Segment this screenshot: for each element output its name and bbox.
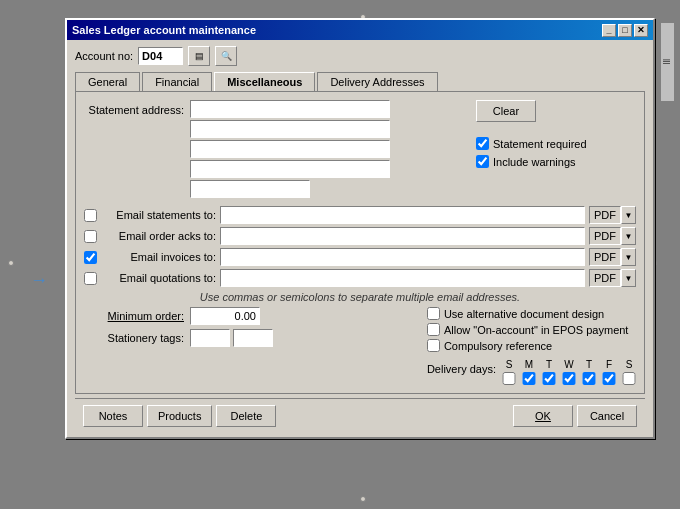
email-order-acks-pdf: PDF ▼: [589, 227, 636, 245]
email-order-acks-checkbox[interactable]: [84, 230, 97, 243]
tab-bar: General Financial Miscellaneous Delivery…: [75, 72, 645, 91]
stationery-tag-2[interactable]: [233, 329, 273, 347]
email-statements-pdf: PDF ▼: [589, 206, 636, 224]
day-check-sun[interactable]: [502, 372, 516, 385]
bottom-left-buttons: Notes Products Delete: [83, 405, 276, 427]
stationery-tag-1[interactable]: [190, 329, 230, 347]
email-order-acks-input[interactable]: [220, 227, 585, 245]
email-statements-input[interactable]: [220, 206, 585, 224]
clear-button[interactable]: Clear: [476, 100, 536, 122]
include-warnings-checkbox[interactable]: [476, 155, 489, 168]
statement-required-label: Statement required: [493, 138, 587, 150]
pdf-arrow-3[interactable]: ▼: [621, 248, 636, 266]
close-button[interactable]: ✕: [634, 24, 648, 37]
minimize-button[interactable]: _: [602, 24, 616, 37]
statement-address-line5[interactable]: [190, 180, 310, 198]
window-title: Sales Ledger account maintenance: [72, 24, 256, 36]
notes-button[interactable]: Notes: [83, 405, 143, 427]
title-bar: Sales Ledger account maintenance _ □ ✕: [67, 20, 653, 40]
delivery-days-label: Delivery days:: [427, 363, 496, 375]
email-order-acks-row: Email order acks to: PDF ▼: [84, 227, 636, 245]
email-note: Use commas or semicolons to separate mul…: [84, 291, 636, 303]
days-checkboxes-row: [502, 372, 636, 385]
account-number-input[interactable]: [138, 47, 183, 65]
pdf-arrow-4[interactable]: ▼: [621, 269, 636, 287]
day-check-mon[interactable]: [522, 372, 536, 385]
account-browse-button[interactable]: ▤: [188, 46, 210, 66]
pdf-arrow-2[interactable]: ▼: [621, 227, 636, 245]
tab-financial[interactable]: Financial: [142, 72, 212, 91]
pdf-label-3: PDF: [589, 248, 621, 266]
tab-panel-miscellaneous: Statement address:: [75, 91, 645, 394]
tab-delivery-addresses[interactable]: Delivery Addresses: [317, 72, 437, 91]
day-t1: T: [542, 359, 556, 370]
day-m: M: [522, 359, 536, 370]
account-search-button[interactable]: 🔍: [215, 46, 237, 66]
bottom-right-buttons: OK Cancel: [513, 405, 637, 427]
delivery-days-grid: S M T W T F S: [502, 359, 636, 385]
email-statements-row: Email statements to: PDF ▼: [84, 206, 636, 224]
stationery-tags-inputs: [190, 329, 273, 347]
email-quotations-checkbox[interactable]: [84, 272, 97, 285]
statement-required-checkbox[interactable]: [476, 137, 489, 150]
statement-address-label: Statement address:: [84, 102, 184, 116]
email-quotations-pdf: PDF ▼: [589, 269, 636, 287]
resize-handle-bottom[interactable]: [360, 496, 366, 502]
statement-address-line4[interactable]: [190, 160, 390, 178]
day-check-thu[interactable]: [582, 372, 596, 385]
day-check-tue[interactable]: [542, 372, 556, 385]
account-row: Account no: ▤ 🔍: [75, 46, 645, 66]
tab-miscellaneous[interactable]: Miscellaneous: [214, 72, 315, 91]
day-check-fri[interactable]: [602, 372, 616, 385]
statement-address-line3[interactable]: [190, 140, 390, 158]
email-invoices-row: Email invoices to: PDF ▼: [84, 248, 636, 266]
use-alt-doc-row: Use alternative document design: [427, 307, 636, 320]
use-alt-doc-checkbox[interactable]: [427, 307, 440, 320]
minimum-order-row: Minimum order:: [84, 307, 419, 325]
cancel-button[interactable]: Cancel: [577, 405, 637, 427]
email-invoices-checkbox[interactable]: [84, 251, 97, 264]
email-quotations-input[interactable]: [220, 269, 585, 287]
maximize-button[interactable]: □: [618, 24, 632, 37]
stationery-tags-label: Stationery tags:: [84, 332, 184, 344]
arrow-indicator: →: [30, 270, 48, 291]
email-statements-label: Email statements to:: [101, 209, 216, 221]
allow-on-account-checkbox[interactable]: [427, 323, 440, 336]
email-order-acks-label: Email order acks to:: [101, 230, 216, 242]
statement-address-line2[interactable]: [190, 120, 390, 138]
email-statements-checkbox[interactable]: [84, 209, 97, 222]
email-invoices-input[interactable]: [220, 248, 585, 266]
email-invoices-label: Email invoices to:: [101, 251, 216, 263]
allow-on-account-label: Allow "On-account" in EPOS payment: [444, 324, 629, 336]
delete-button[interactable]: Delete: [216, 405, 276, 427]
include-warnings-row: Include warnings: [476, 155, 636, 168]
day-w: W: [562, 359, 576, 370]
products-button[interactable]: Products: [147, 405, 212, 427]
day-check-sat[interactable]: [622, 372, 636, 385]
day-s2: S: [622, 359, 636, 370]
delivery-days-section: Delivery days: S M T W T F S: [427, 359, 636, 385]
allow-on-account-row: Allow "On-account" in EPOS payment: [427, 323, 636, 336]
day-check-wed[interactable]: [562, 372, 576, 385]
minimum-order-input[interactable]: [190, 307, 260, 325]
day-s1: S: [502, 359, 516, 370]
compulsory-ref-row: Compulsory reference: [427, 339, 636, 352]
resize-handle-left[interactable]: [8, 260, 14, 266]
email-quotations-row: Email quotations to: PDF ▼: [84, 269, 636, 287]
stationery-tags-row: Stationery tags:: [84, 329, 419, 347]
pdf-arrow-1[interactable]: ▼: [621, 206, 636, 224]
pdf-label-4: PDF: [589, 269, 621, 287]
tab-general[interactable]: General: [75, 72, 140, 91]
main-window: Sales Ledger account maintenance _ □ ✕ A…: [65, 18, 655, 439]
ok-button[interactable]: OK: [513, 405, 573, 427]
title-bar-buttons: _ □ ✕: [602, 24, 648, 37]
compulsory-ref-checkbox[interactable]: [427, 339, 440, 352]
days-labels-row: S M T W T F S: [502, 359, 636, 370]
compulsory-ref-label: Compulsory reference: [444, 340, 552, 352]
statement-required-row: Statement required: [476, 137, 636, 150]
use-alt-doc-label: Use alternative document design: [444, 308, 604, 320]
include-warnings-label: Include warnings: [493, 156, 576, 168]
email-quotations-label: Email quotations to:: [101, 272, 216, 284]
statement-address-line1[interactable]: [190, 100, 390, 118]
minimum-order-label: Minimum order:: [84, 310, 184, 322]
